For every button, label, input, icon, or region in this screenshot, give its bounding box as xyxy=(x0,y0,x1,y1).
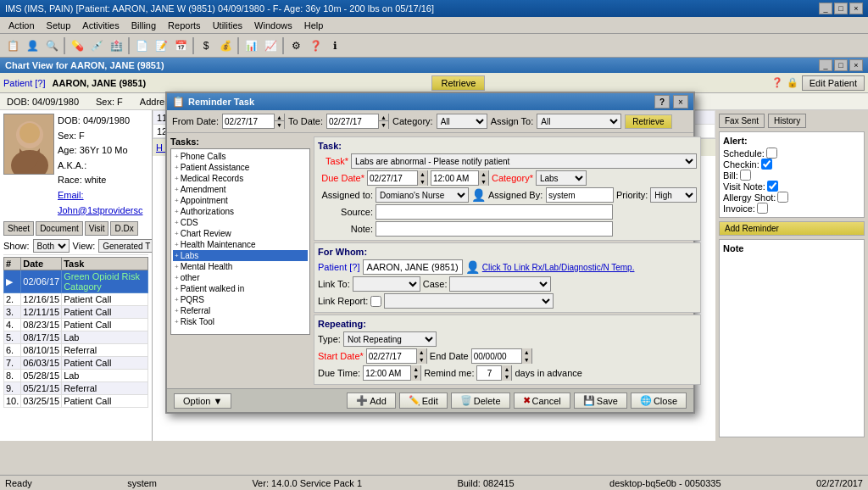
menu-utilities[interactable]: Utilities xyxy=(208,19,248,32)
category-filter-select[interactable]: All xyxy=(437,114,487,129)
tab-visit[interactable]: Visit xyxy=(85,221,109,236)
menu-help[interactable]: Help xyxy=(299,19,329,32)
close-modal-btn[interactable]: 🌐 Close xyxy=(631,393,687,409)
add-btn[interactable]: ➕ Add xyxy=(347,393,396,409)
task-tree[interactable]: + Phone Calls + Patient Assistance + Med… xyxy=(170,148,310,335)
modal-help-btn[interactable]: ? xyxy=(654,95,670,109)
remind-days-input[interactable] xyxy=(477,366,501,380)
invoice-checkbox[interactable] xyxy=(757,203,768,214)
tree-item-chart-review[interactable]: + Chart Review xyxy=(173,228,308,239)
tree-item-referral[interactable]: + Referral xyxy=(173,305,308,316)
task-row-7[interactable]: 7. 06/03/15 Patient Call xyxy=(4,357,148,370)
end-date-input[interactable] xyxy=(472,349,521,363)
edit-patient-btn[interactable]: Edit Patient xyxy=(802,75,865,91)
toolbar-btn-8[interactable]: 📝 xyxy=(152,36,170,55)
start-date-input[interactable] xyxy=(367,349,416,363)
task-row-6[interactable]: 6. 08/10/15 Referral xyxy=(4,344,148,357)
type-select[interactable]: Not Repeating xyxy=(343,331,437,347)
toolbar-btn-3[interactable]: 🔍 xyxy=(42,36,61,55)
category-detail-select[interactable]: Labs xyxy=(536,170,587,186)
allergy-shot-checkbox[interactable] xyxy=(777,192,788,203)
note-input[interactable] xyxy=(376,221,613,237)
due-date-input[interactable] xyxy=(368,171,417,185)
due-date-up[interactable]: ▲ xyxy=(417,170,427,178)
tree-item-appointment[interactable]: + Appointment xyxy=(173,195,308,206)
to-date-down[interactable]: ▼ xyxy=(378,121,388,129)
visit-note-checkbox[interactable] xyxy=(767,181,778,192)
menu-windows[interactable]: Windows xyxy=(249,19,298,32)
checkin-checkbox[interactable] xyxy=(761,159,772,170)
close-btn[interactable]: × xyxy=(849,3,863,14)
toolbar-btn-6[interactable]: 🏥 xyxy=(107,36,125,55)
patient-icon[interactable]: 👤 xyxy=(465,260,480,274)
tree-item-labs[interactable]: + Labs xyxy=(173,250,308,261)
due-time-up[interactable]: ▲ xyxy=(410,365,420,373)
toolbar-btn-1[interactable]: 📋 xyxy=(3,36,22,55)
add-reminder-btn[interactable]: Add Reminder xyxy=(719,221,865,236)
task-row-3[interactable]: 3. 12/11/15 Patient Call xyxy=(4,306,148,319)
remind-down[interactable]: ▼ xyxy=(501,373,511,381)
tree-item-pqrs[interactable]: + PQRS xyxy=(173,294,308,305)
toolbar-btn-4[interactable]: 💊 xyxy=(68,36,86,55)
toolbar-btn-11[interactable]: 💰 xyxy=(216,36,235,55)
history-btn[interactable]: History xyxy=(768,114,806,128)
tree-item-amendment[interactable]: + Amendment xyxy=(173,184,308,195)
end-date-down[interactable]: ▼ xyxy=(521,356,531,364)
due-time-down[interactable]: ▼ xyxy=(410,373,420,381)
task-row-2[interactable]: 2. 12/16/15 Patient Call xyxy=(4,293,148,306)
tree-item-phone[interactable]: + Phone Calls xyxy=(173,151,308,162)
modal-retrieve-btn[interactable]: Retrieve xyxy=(625,114,671,129)
toolbar-btn-2[interactable]: 👤 xyxy=(23,36,42,55)
due-time-input[interactable] xyxy=(431,171,478,185)
toolbar-btn-16[interactable]: ℹ xyxy=(326,36,344,55)
tree-item-assistance[interactable]: + Patient Assistance xyxy=(173,162,308,173)
tree-item-walked-in[interactable]: + Patient walked in xyxy=(173,283,308,294)
task-row-8[interactable]: 8. 05/28/15 Lab xyxy=(4,370,148,382)
tree-item-risk-tool[interactable]: + Risk Tool xyxy=(173,316,308,327)
start-date-up[interactable]: ▲ xyxy=(416,348,426,356)
menu-activities[interactable]: Activities xyxy=(77,19,124,32)
toolbar-btn-12[interactable]: 📊 xyxy=(242,36,260,55)
assigned-to-select[interactable]: Domiano's Nurse xyxy=(376,187,469,203)
to-date-up[interactable]: ▲ xyxy=(378,114,388,121)
task-row-selected[interactable]: ▶ 02/06/17 Green Opioid Risk Catagory xyxy=(4,270,148,293)
tree-item-medical[interactable]: + Medical Records xyxy=(173,173,308,184)
toolbar-btn-7[interactable]: 📄 xyxy=(132,36,151,55)
toolbar-btn-15[interactable]: ❓ xyxy=(306,36,325,55)
from-date-up[interactable]: ▲ xyxy=(274,114,284,121)
tree-item-mental[interactable]: + Mental Health xyxy=(173,261,308,272)
save-btn[interactable]: 💾 Save xyxy=(574,393,627,409)
tab-document[interactable]: Document xyxy=(36,221,83,236)
to-date-input[interactable] xyxy=(327,114,378,128)
due-date-down[interactable]: ▼ xyxy=(417,178,427,186)
view-select[interactable]: Generated T xyxy=(98,239,153,253)
assigned-to-icon[interactable]: 👤 xyxy=(471,188,486,202)
tab-sheet[interactable]: Sheet xyxy=(3,221,34,236)
priority-select[interactable]: High xyxy=(650,187,697,203)
option-btn[interactable]: Option ▼ xyxy=(174,393,231,409)
menu-billing[interactable]: Billing xyxy=(126,19,161,32)
from-date-down[interactable]: ▼ xyxy=(274,121,284,129)
due-time-up[interactable]: ▲ xyxy=(478,170,488,178)
click-to-link[interactable]: Click To Link Rx/Lab/Diagnostic/N Temp. xyxy=(482,263,635,272)
menu-reports[interactable]: Reports xyxy=(163,19,206,32)
retrieve-button[interactable]: Retrieve xyxy=(431,75,485,91)
modal-close-x-btn[interactable]: × xyxy=(673,95,688,109)
menu-setup[interactable]: Setup xyxy=(42,19,76,32)
chart-min-btn[interactable]: _ xyxy=(819,59,832,71)
case-select[interactable] xyxy=(449,276,551,292)
tree-item-cds[interactable]: + CDS xyxy=(173,217,308,228)
due-time-down[interactable]: ▼ xyxy=(478,178,488,186)
chart-max-btn[interactable]: □ xyxy=(834,59,848,71)
edit-btn[interactable]: ✏️ Edit xyxy=(399,393,448,409)
remind-up[interactable]: ▲ xyxy=(501,365,511,373)
minimize-btn[interactable]: _ xyxy=(819,3,832,14)
task-select[interactable]: Labs are abnormal - Please notify patien… xyxy=(351,153,697,169)
maximize-btn[interactable]: □ xyxy=(834,3,848,14)
toolbar-btn-5[interactable]: 💉 xyxy=(87,36,106,55)
link-to-select[interactable] xyxy=(353,276,420,292)
toolbar-btn-10[interactable]: $ xyxy=(197,36,215,55)
bill-checkbox[interactable] xyxy=(740,170,751,181)
link-report-select[interactable] xyxy=(384,293,554,309)
toolbar-btn-14[interactable]: ⚙ xyxy=(287,36,305,55)
